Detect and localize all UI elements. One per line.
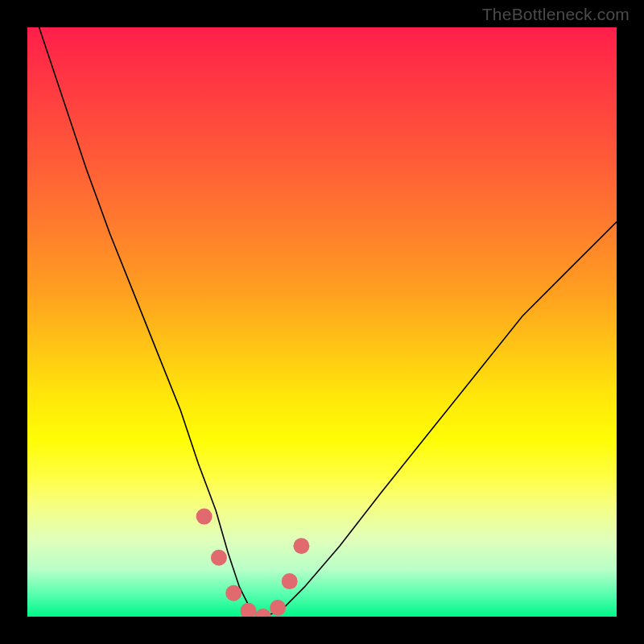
valley-marker: [293, 538, 309, 554]
valley-marker: [211, 550, 227, 566]
valley-marker: [225, 585, 242, 601]
valley-marker: [241, 603, 257, 617]
chart-area: [27, 27, 617, 617]
valley-marker: [255, 609, 271, 617]
watermark-text: TheBottleneck.com: [482, 5, 630, 24]
bottleneck-curve-svg: [27, 27, 617, 617]
valley-markers: [196, 509, 310, 617]
valley-marker: [270, 600, 286, 616]
valley-marker: [282, 573, 298, 589]
bottleneck-curve: [39, 27, 617, 617]
valley-marker: [196, 509, 213, 525]
